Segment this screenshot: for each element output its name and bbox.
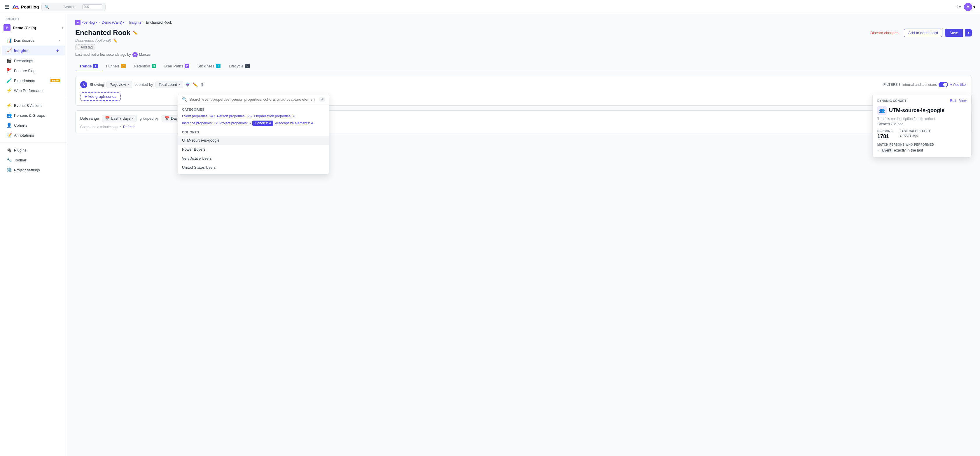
sidebar-item-insights[interactable]: 📈 Insights + bbox=[2, 46, 65, 56]
search-shortcut: ⌘K bbox=[82, 5, 102, 10]
sidebar-item-toolbar[interactable]: 🔧 Toolbar bbox=[2, 155, 65, 165]
user-menu[interactable]: M ▾ bbox=[964, 3, 975, 11]
sidebar-item-annotations[interactable]: 📝 Annotations bbox=[2, 131, 65, 140]
tab-funnels[interactable]: Funnels F bbox=[102, 61, 130, 71]
tab-lifecycle[interactable]: Lifecycle L bbox=[224, 61, 254, 71]
filter-search-input[interactable] bbox=[189, 97, 317, 102]
sidebar-item-persons-groups[interactable]: 👥 Persons & Groups bbox=[2, 111, 65, 120]
add-filter-button[interactable]: + Add filter bbox=[950, 83, 967, 87]
sidebar-item-plugins[interactable]: 🔌 Plugins bbox=[2, 145, 65, 155]
date-range-selector[interactable]: 📅 Last 7 days ▾ bbox=[102, 115, 137, 122]
menu-icon[interactable]: ☰ bbox=[5, 4, 10, 10]
cohort-item-very-active[interactable]: Very Active Users bbox=[178, 154, 329, 163]
edit-description-icon[interactable]: ✏️ bbox=[113, 38, 117, 43]
cohort-edit-link[interactable]: Edit bbox=[950, 99, 956, 103]
sidebar-divider bbox=[0, 98, 67, 98]
sidebar-item-label: Cohorts bbox=[14, 123, 60, 128]
cohorts-label: COHORTS bbox=[178, 131, 329, 136]
recordings-icon: 🎬 bbox=[6, 58, 12, 63]
sidebar-item-dashboards[interactable]: 📊 Dashboards ▾ bbox=[2, 36, 65, 45]
add-to-dashboard-button[interactable]: Add to dashboard bbox=[904, 29, 943, 37]
breadcrumb-demo-calls[interactable]: Demo (Calls) ▾ bbox=[102, 21, 124, 24]
sidebar-item-events-actions[interactable]: ⚡ Events & Actions bbox=[2, 101, 65, 110]
total-count-selector[interactable]: Total count ▾ bbox=[156, 81, 183, 88]
internal-test-toggle[interactable] bbox=[939, 82, 948, 87]
sidebar-item-label: Dashboards bbox=[14, 38, 57, 43]
pageview-selector[interactable]: Pageview ▾ bbox=[107, 81, 132, 88]
tab-user-paths[interactable]: User Paths P bbox=[161, 61, 193, 71]
annotations-icon: 📝 bbox=[6, 132, 12, 138]
funnels-badge: F bbox=[121, 64, 126, 68]
sidebar-item-recordings[interactable]: 🎬 Recordings bbox=[2, 56, 65, 65]
category-cohorts[interactable]: Cohorts: 4 bbox=[252, 121, 273, 126]
tab-trends[interactable]: Trends T bbox=[75, 61, 102, 71]
insights-add-icon[interactable]: + bbox=[54, 48, 60, 53]
add-tag-button[interactable]: + Add tag bbox=[75, 45, 95, 50]
pageview-label: Pageview bbox=[110, 82, 126, 87]
sidebar-item-label: Persons & Groups bbox=[14, 113, 60, 118]
cohort-item-power-buyers[interactable]: Power Buyers bbox=[178, 145, 329, 154]
main-content: P PostHog ▾ › Demo (Calls) ▾ › Insights … bbox=[67, 14, 980, 456]
sidebar-item-cohorts[interactable]: 👤 Cohorts bbox=[2, 121, 65, 130]
grouped-by-icon: 📅 bbox=[165, 116, 169, 121]
trends-label: Trends bbox=[80, 64, 92, 68]
cohort-view-link[interactable]: View bbox=[959, 99, 967, 103]
filter-icon[interactable]: ⚗️ bbox=[186, 82, 191, 87]
filters-label: FILTERS ℹ bbox=[883, 83, 900, 87]
lifecycle-badge: L bbox=[245, 64, 250, 68]
trends-badge: T bbox=[93, 64, 98, 68]
sidebar-item-experiments[interactable]: 🧪 Experiments BETA bbox=[2, 76, 65, 85]
categories-label: CATEGORIES bbox=[182, 108, 325, 111]
sidebar-item-label: Recordings bbox=[14, 59, 60, 63]
avatar: M bbox=[964, 3, 972, 11]
retention-label: Retention bbox=[134, 64, 150, 68]
sidebar-item-project-settings[interactable]: ⚙️ Project settings bbox=[2, 165, 65, 175]
category-event-props[interactable]: Event properties: 247 bbox=[182, 113, 215, 119]
category-person-props[interactable]: Person properties: 537 bbox=[217, 113, 252, 119]
add-graph-series-button[interactable]: + Add graph series bbox=[80, 92, 121, 101]
user-paths-badge: P bbox=[185, 64, 189, 68]
series-badge: A bbox=[80, 81, 87, 88]
sidebar-item-label: Events & Actions bbox=[14, 104, 60, 108]
tab-stickiness[interactable]: Stickiness I bbox=[193, 61, 225, 71]
description-text: Description (optional) bbox=[75, 38, 111, 43]
breadcrumb-insights[interactable]: Insights bbox=[129, 21, 141, 24]
cohort-item-us-users[interactable]: United States Users bbox=[178, 163, 329, 172]
cohort-item-utm[interactable]: UTM-source-is-google bbox=[178, 136, 329, 145]
insights-icon: 📈 bbox=[6, 48, 12, 53]
category-autocapture[interactable]: Autocapture elements: 4 bbox=[275, 121, 313, 126]
project-settings-icon: ⚙️ bbox=[6, 167, 12, 172]
category-org-props[interactable]: Organization properties: 28 bbox=[254, 113, 296, 119]
kbd-icon: ⌘ bbox=[320, 97, 325, 102]
topnav-right: ? ▾ M ▾ bbox=[956, 3, 975, 11]
topnav: ☰ PostHog 🔍 Search ⌘K ? ▾ M ▾ bbox=[0, 0, 980, 14]
cohort-persons-stat: PERSONS 1781 bbox=[877, 130, 892, 140]
persons-value: 1781 bbox=[877, 134, 892, 140]
content-inner: P PostHog ▾ › Demo (Calls) ▾ › Insights … bbox=[67, 14, 980, 139]
save-button[interactable]: Save bbox=[945, 29, 963, 37]
breadcrumb-current: Enchanted Rook bbox=[146, 21, 172, 24]
breadcrumb-sep-2: › bbox=[126, 21, 127, 24]
events-actions-icon: ⚡ bbox=[6, 103, 12, 108]
search-box[interactable]: 🔍 Search ⌘K bbox=[41, 3, 106, 11]
date-range-icon: 📅 bbox=[105, 116, 110, 121]
project-badge: P bbox=[3, 24, 11, 31]
tab-retention[interactable]: Retention R bbox=[130, 61, 161, 71]
project-selector[interactable]: P Demo (Calls) ▾ bbox=[0, 22, 67, 33]
breadcrumb-posthog[interactable]: P PostHog ▾ bbox=[75, 20, 97, 25]
edit-title-icon[interactable]: ✏️ bbox=[133, 30, 138, 35]
discard-button[interactable]: Discard changes bbox=[867, 29, 902, 37]
category-instance-props[interactable]: Instance properties: 12 bbox=[182, 121, 218, 126]
refresh-link[interactable]: Refresh bbox=[123, 125, 135, 129]
delete-series-icon[interactable]: 🗑 bbox=[200, 82, 204, 87]
sidebar-item-feature-flags[interactable]: 🚩 Feature Flags bbox=[2, 66, 65, 75]
edit-series-icon[interactable]: ✏️ bbox=[193, 82, 198, 87]
internal-test-row: internal and test users bbox=[902, 82, 948, 87]
date-range-chevron: ▾ bbox=[132, 117, 134, 120]
category-project-props[interactable]: Project properties: 6 bbox=[220, 121, 251, 126]
sidebar-item-web-performance[interactable]: ⚡ Web Performance bbox=[2, 86, 65, 95]
save-dropdown-button[interactable]: ▾ bbox=[965, 29, 972, 37]
logo: PostHog bbox=[12, 3, 39, 11]
help-button[interactable]: ? ▾ bbox=[956, 5, 961, 9]
cohort-icon: 👥 bbox=[877, 106, 887, 115]
